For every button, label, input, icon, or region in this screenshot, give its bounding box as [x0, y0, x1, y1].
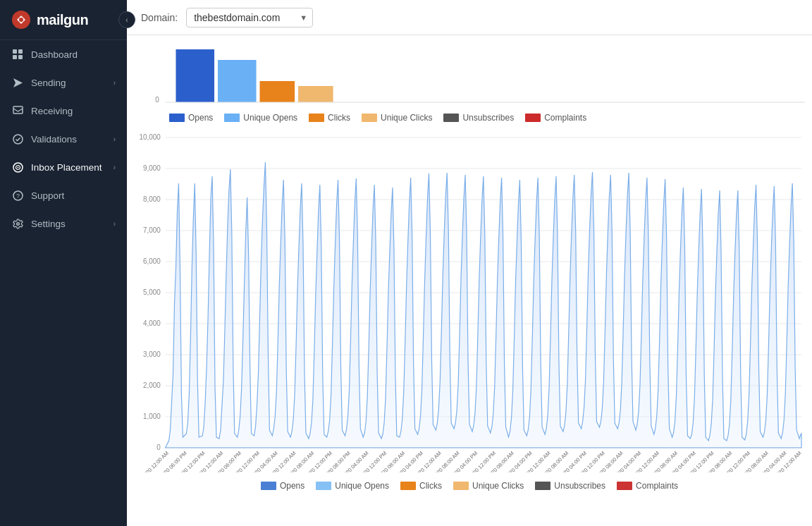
legend-label: Complaints — [544, 113, 586, 123]
legend-item: Unique Opens — [224, 113, 297, 123]
legend-label: Unique Clicks — [472, 481, 524, 491]
legend-item: Unique Opens — [316, 481, 389, 491]
upper-chart-section: 0 OpensUnique OpensClicksUnique ClicksUn… — [127, 35, 812, 127]
legend-label: Clicks — [328, 113, 350, 123]
validations-label: Validations — [31, 134, 113, 145]
svg-rect-14 — [176, 49, 215, 102]
sidebar-item-dashboard[interactable]: Dashboard — [0, 40, 127, 68]
support-label: Support — [31, 190, 116, 201]
sidebar: mailgun ‹ Dashboard Sending › Receiving … — [0, 0, 127, 526]
svg-text:0: 0 — [156, 444, 161, 451]
settings-arrow: › — [113, 220, 116, 228]
settings-label: Settings — [31, 219, 113, 229]
svg-text:4,000: 4,000 — [143, 319, 161, 327]
legend-color-swatch — [453, 482, 469, 490]
legend-item: Opens — [169, 113, 213, 123]
settings-icon — [11, 217, 24, 230]
inbox-placement-icon — [11, 161, 24, 173]
dashboard-label: Dashboard — [31, 49, 116, 60]
validations-icon — [11, 133, 24, 145]
top-bar: Domain: thebestdomain.com anotherdomain.… — [127, 0, 812, 35]
svg-rect-3 — [18, 49, 23, 54]
lower-area-chart: 10,000 9,000 8,000 7,000 6,000 5,000 4,0… — [134, 127, 805, 472]
validations-arrow: › — [113, 135, 116, 143]
top-legend: OpensUnique OpensClicksUnique ClicksUnsu… — [134, 109, 805, 127]
bottom-legend: OpensUnique OpensClicksUnique ClicksUnsu… — [134, 475, 805, 494]
svg-rect-5 — [18, 55, 23, 59]
mailgun-logo-icon — [11, 10, 31, 30]
sidebar-item-support[interactable]: ? Support — [0, 181, 127, 209]
content-area: 0 OpensUnique OpensClicksUnique ClicksUn… — [127, 35, 812, 526]
logo-area: mailgun ‹ — [0, 0, 127, 40]
legend-label: Unique Clicks — [381, 113, 432, 123]
sidebar-collapse-button[interactable]: ‹ — [118, 11, 135, 28]
domain-label: Domain: — [141, 12, 178, 23]
dashboard-icon — [11, 48, 24, 61]
legend-label: Clicks — [419, 481, 442, 491]
sending-icon — [11, 76, 24, 89]
legend-item: Unique Clicks — [362, 113, 432, 123]
legend-color-swatch — [316, 482, 331, 490]
legend-item: Opens — [261, 481, 304, 491]
legend-item: Unsubscribes — [443, 113, 514, 123]
sidebar-item-sending[interactable]: Sending › — [0, 68, 127, 97]
sidebar-item-receiving[interactable]: Receiving — [0, 97, 127, 125]
legend-label: Unsubscribes — [462, 113, 514, 123]
legend-color-swatch — [224, 114, 240, 122]
svg-text:2,000: 2,000 — [143, 381, 161, 389]
main-area: Domain: thebestdomain.com anotherdomain.… — [127, 0, 812, 526]
svg-text:?: ? — [16, 192, 19, 200]
legend-item: Unsubscribes — [535, 481, 605, 491]
svg-text:3,000: 3,000 — [143, 350, 161, 358]
sidebar-item-validations[interactable]: Validations › — [0, 125, 127, 153]
legend-label: Unique Opens — [243, 113, 297, 123]
legend-label: Unsubscribes — [554, 481, 605, 491]
legend-color-swatch — [309, 114, 324, 122]
svg-rect-6 — [13, 106, 23, 114]
svg-text:1,000: 1,000 — [143, 412, 161, 420]
svg-rect-16 — [260, 81, 295, 102]
legend-label: Opens — [188, 113, 213, 123]
svg-text:0: 0 — [155, 96, 159, 104]
sidebar-item-inbox-placement[interactable]: Inbox Placement › — [0, 153, 127, 181]
sidebar-item-settings[interactable]: Settings › — [0, 209, 127, 238]
inbox-placement-arrow: › — [113, 164, 116, 171]
legend-item: Clicks — [309, 113, 350, 123]
app-name: mailgun — [37, 12, 88, 28]
upper-bar-chart: 0 — [134, 35, 805, 106]
svg-text:8,000: 8,000 — [143, 195, 161, 203]
support-icon: ? — [11, 189, 24, 202]
legend-color-swatch — [525, 114, 541, 122]
svg-rect-4 — [13, 55, 17, 59]
inbox-placement-label: Inbox Placement — [31, 162, 113, 173]
legend-color-swatch — [443, 114, 459, 122]
legend-color-swatch — [617, 482, 632, 490]
svg-rect-15 — [218, 60, 257, 102]
svg-text:9,000: 9,000 — [143, 164, 161, 172]
svg-point-1 — [19, 18, 23, 22]
sending-label: Sending — [31, 78, 113, 88]
legend-label: Complaints — [636, 481, 678, 491]
svg-text:5,000: 5,000 — [143, 288, 161, 296]
legend-label: Unique Opens — [335, 481, 389, 491]
svg-text:10,000: 10,000 — [139, 133, 161, 141]
lower-chart-section: 10,000 9,000 8,000 7,000 6,000 5,000 4,0… — [127, 127, 812, 526]
receiving-label: Receiving — [31, 106, 116, 116]
sending-arrow: › — [113, 79, 116, 87]
svg-rect-17 — [298, 86, 333, 102]
domain-select[interactable]: thebestdomain.com anotherdomain.com — [186, 8, 313, 27]
legend-color-swatch — [400, 482, 416, 490]
legend-item: Unique Clicks — [453, 481, 524, 491]
legend-label: Opens — [280, 481, 304, 491]
svg-point-10 — [17, 166, 18, 168]
legend-item: Complaints — [525, 113, 586, 123]
svg-text:7,000: 7,000 — [143, 226, 161, 234]
legend-item: Clicks — [400, 481, 442, 491]
legend-item: Complaints — [617, 481, 678, 491]
legend-color-swatch — [535, 482, 550, 490]
svg-text:6,000: 6,000 — [143, 257, 161, 265]
svg-rect-2 — [13, 49, 17, 54]
legend-color-swatch — [362, 114, 377, 122]
legend-color-swatch — [169, 114, 185, 122]
receiving-icon — [11, 104, 24, 117]
